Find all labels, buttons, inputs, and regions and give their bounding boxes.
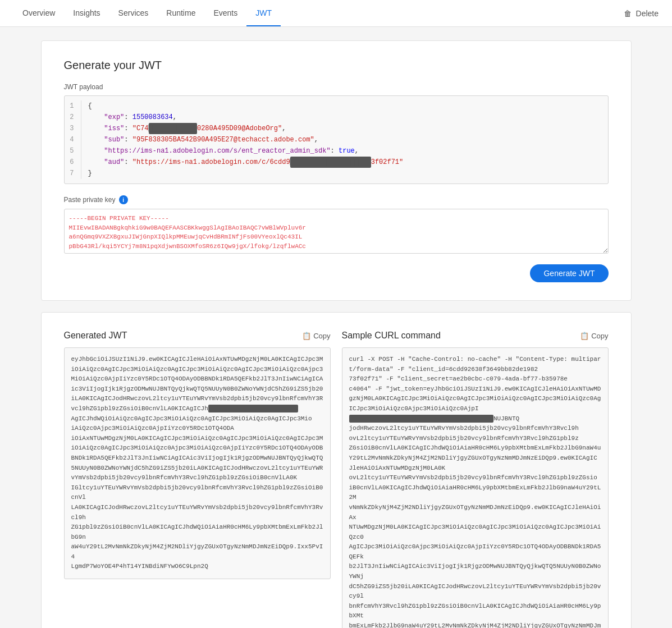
code-line-7: 7 } (65, 168, 608, 179)
top-navigation: Overview Insights Services Runtime Event… (0, 0, 672, 27)
main-content: Generate your JWT JWT payload 1 { 2 "exp… (28, 27, 645, 628)
generate-btn-row: Generate JWT (64, 264, 609, 282)
delete-button[interactable]: 🗑 Delete (624, 9, 659, 18)
copy-jwt-button[interactable]: 📋 Copy (302, 332, 330, 340)
code-line-3: 3 "iss": "C74████████████0280A495D09@Ado… (65, 123, 608, 134)
generated-jwt-title: Generated JWT (64, 331, 127, 341)
jwt-payload-editor[interactable]: 1 { 2 "exp": 1550083634, 3 "iss": "C74██… (64, 95, 609, 184)
code-line-4: 4 "sub": "95F838305BA542B90A495E27@techa… (65, 134, 608, 145)
info-icon[interactable]: i (119, 195, 128, 204)
private-key-textarea[interactable]: -----BEGIN PRIVATE KEY----- MIIEvwIBADAN… (64, 209, 609, 254)
private-key-label: Paste private key i (64, 195, 609, 204)
code-line-6: 6 "aud": "https://ims-na1.adobelogin.com… (65, 157, 608, 168)
nav-items: Overview Insights Services Runtime Event… (13, 0, 281, 26)
copy-curl-icon: 📋 (580, 332, 589, 340)
generate-jwt-title: Generate your JWT (64, 59, 609, 72)
sample-curl-value: curl -X POST -H "Cache-Control: no-cache… (342, 347, 609, 628)
sample-curl-header: Sample CURL command 📋 Copy (342, 331, 609, 341)
code-line-1: 1 { (65, 100, 608, 112)
copy-curl-button[interactable]: 📋 Copy (580, 332, 608, 340)
generate-jwt-card: Generate your JWT JWT payload 1 { 2 "exp… (41, 40, 632, 301)
nav-item-events[interactable]: Events (204, 0, 246, 26)
results-card: Generated JWT 📋 Copy eyJhbGciOiJSUzI1NiJ… (41, 312, 632, 628)
sample-curl-col: Sample CURL command 📋 Copy curl -X POST … (342, 331, 609, 628)
nav-item-overview[interactable]: Overview (13, 0, 64, 26)
nav-item-insights[interactable]: Insights (64, 0, 109, 26)
code-line-2: 2 "exp": 1550083634, (65, 112, 608, 123)
jwt-payload-label: JWT payload (64, 83, 609, 91)
code-line-5: 5 "https://ims-na1.adobelogin.com/s/ent_… (65, 145, 608, 157)
generated-jwt-value: eyJhbGciOiJSUzI1NiJ9.ew0KICAgICJleHAiOiA… (64, 347, 331, 579)
generated-jwt-col: Generated JWT 📋 Copy eyJhbGciOiJSUzI1NiJ… (64, 331, 331, 628)
sample-curl-title: Sample CURL command (342, 331, 441, 341)
generated-jwt-header: Generated JWT 📋 Copy (64, 331, 331, 341)
trash-icon: 🗑 (624, 9, 632, 18)
copy-icon: 📋 (302, 332, 311, 340)
nav-item-services[interactable]: Services (109, 0, 158, 26)
code-lines: 1 { 2 "exp": 1550083634, 3 "iss": "C74██… (65, 96, 608, 184)
two-col-layout: Generated JWT 📋 Copy eyJhbGciOiJSUzI1NiJ… (64, 331, 609, 628)
generate-jwt-button[interactable]: Generate JWT (530, 264, 608, 282)
nav-item-runtime[interactable]: Runtime (157, 0, 204, 26)
nav-item-jwt[interactable]: JWT (246, 0, 281, 26)
